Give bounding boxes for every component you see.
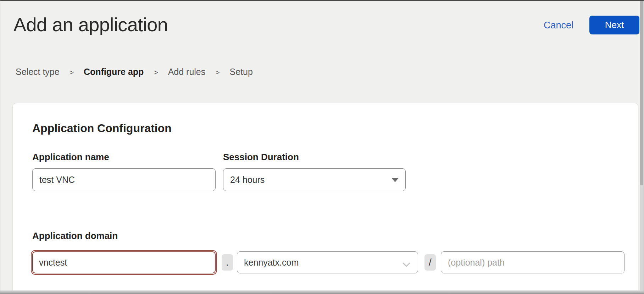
dot-separator: . [222,254,233,271]
application-configuration-card: Application Configuration Application na… [12,103,638,290]
add-application-page: Add an application Cancel Next Select ty… [0,0,644,294]
session-duration-value: 24 hours [230,175,265,185]
page-title: Add an application [13,13,168,36]
slash-separator: / [424,254,436,271]
breadcrumb-separator: > [154,67,158,77]
breadcrumb-separator: > [70,67,74,77]
scrollbar-thumb[interactable] [640,1,643,185]
chevron-down-icon [402,260,411,270]
section-title: Application Configuration [32,122,172,135]
domain-select-value: kennyatx.com [244,257,299,268]
application-domain-row: . kennyatx.com / [32,251,624,274]
breadcrumb-step-setup[interactable]: Setup [230,67,253,77]
breadcrumb: Select type > Configure app > Add rules … [16,67,253,77]
application-name-input[interactable] [32,168,216,191]
session-duration-select[interactable]: 24 hours [223,168,406,191]
breadcrumb-step-configure-app[interactable]: Configure app [84,67,144,77]
breadcrumb-step-select-type[interactable]: Select type [16,67,60,77]
caret-down-icon [392,178,399,182]
window-bottom-edge [0,290,644,294]
session-duration-label: Session Duration [223,152,299,163]
next-button[interactable]: Next [589,16,639,34]
domain-select[interactable]: kennyatx.com [237,251,418,273]
subdomain-input[interactable] [32,251,216,273]
cancel-link[interactable]: Cancel [543,20,574,31]
vertical-scrollbar[interactable] [640,1,644,290]
application-name-label: Application name [32,152,109,163]
breadcrumb-step-add-rules[interactable]: Add rules [168,67,206,77]
application-domain-label: Application domain [32,230,118,241]
breadcrumb-separator: > [215,67,220,77]
path-input[interactable] [441,251,624,273]
